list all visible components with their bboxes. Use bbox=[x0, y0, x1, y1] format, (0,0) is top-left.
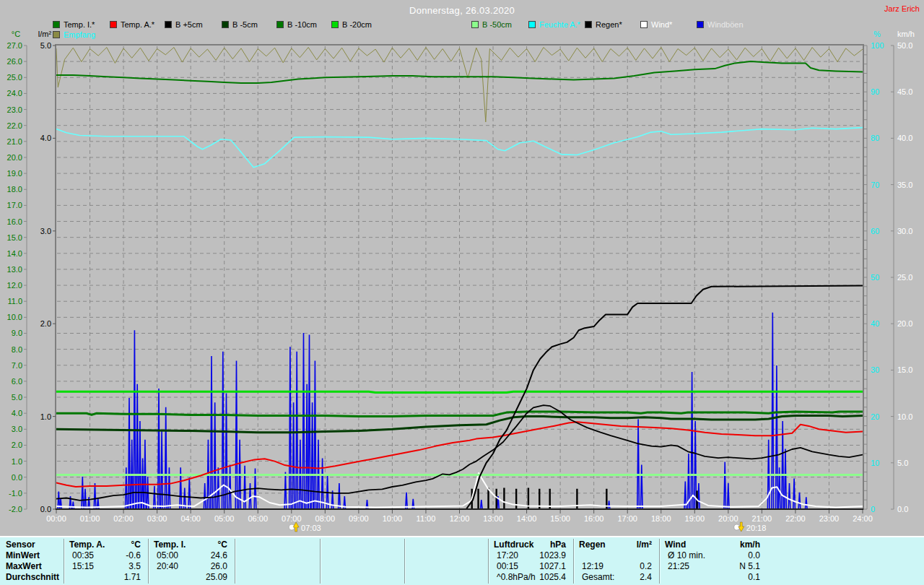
svg-text:4.0: 4.0 bbox=[12, 409, 22, 417]
svg-text:12:00: 12:00 bbox=[450, 514, 470, 523]
svg-text:18:00: 18:00 bbox=[651, 514, 671, 523]
svg-text:20:00: 20:00 bbox=[718, 514, 738, 523]
svg-text:18.0: 18.0 bbox=[7, 185, 22, 194]
svg-text:-1.0: -1.0 bbox=[9, 489, 22, 498]
axis-rain: 0.01.02.03.04.05.0l/m² bbox=[38, 30, 56, 514]
svg-text:24:00: 24:00 bbox=[853, 514, 873, 523]
table-value-cell: 1023.9 bbox=[488, 550, 566, 560]
svg-text:8.0: 8.0 bbox=[12, 345, 22, 354]
svg-text:4.0: 4.0 bbox=[40, 134, 51, 142]
svg-text:24.0: 24.0 bbox=[7, 89, 22, 98]
svg-text:0.0: 0.0 bbox=[40, 505, 51, 514]
svg-text:01:00: 01:00 bbox=[80, 514, 100, 523]
table-row-label: Durchschnitt bbox=[6, 572, 59, 582]
svg-text:50.0: 50.0 bbox=[897, 41, 912, 50]
table-value-cell: N 5.1 bbox=[659, 561, 760, 571]
svg-text:%: % bbox=[873, 30, 881, 38]
table-value-cell: 1025.4 bbox=[488, 572, 566, 582]
svg-text:0.0: 0.0 bbox=[12, 473, 22, 482]
svg-text:07:03: 07:03 bbox=[301, 524, 321, 532]
svg-text:45.0: 45.0 bbox=[897, 87, 912, 96]
axis-time: 00:0001:0002:0003:0004:0005:0006:0007:00… bbox=[46, 510, 873, 523]
axis-temp: -2.0-1.00.01.02.03.04.05.06.07.08.09.010… bbox=[7, 30, 27, 514]
svg-text:50: 50 bbox=[871, 273, 879, 282]
svg-text:13.0: 13.0 bbox=[7, 265, 22, 274]
svg-text:3.0: 3.0 bbox=[12, 425, 22, 433]
svg-text:13:00: 13:00 bbox=[483, 514, 503, 523]
svg-text:22.0: 22.0 bbox=[7, 121, 22, 130]
svg-text:04:00: 04:00 bbox=[180, 514, 201, 523]
svg-text:21.0: 21.0 bbox=[7, 137, 22, 146]
svg-text:10.0: 10.0 bbox=[7, 313, 22, 321]
svg-text:15.0: 15.0 bbox=[7, 233, 22, 242]
table-section-unit: l/m² bbox=[573, 540, 652, 550]
svg-text:19.0: 19.0 bbox=[7, 169, 22, 178]
svg-text:16.0: 16.0 bbox=[7, 217, 22, 226]
table-value-cell: 25.09 bbox=[148, 572, 227, 582]
svg-text:0: 0 bbox=[871, 505, 875, 514]
svg-text:20.0: 20.0 bbox=[897, 319, 912, 328]
svg-text:60: 60 bbox=[871, 227, 879, 235]
svg-text:15:00: 15:00 bbox=[550, 514, 570, 523]
svg-text:16:00: 16:00 bbox=[584, 514, 604, 523]
svg-text:5.0: 5.0 bbox=[40, 41, 51, 50]
svg-text:26.0: 26.0 bbox=[7, 57, 22, 66]
table-separator bbox=[404, 539, 405, 584]
svg-text:03:00: 03:00 bbox=[147, 514, 167, 523]
svg-text:35.0: 35.0 bbox=[897, 181, 912, 189]
table-row-label: Sensor bbox=[6, 540, 35, 550]
svg-text:23.0: 23.0 bbox=[7, 105, 22, 114]
table-section-unit: °C bbox=[64, 540, 141, 550]
svg-text:25.0: 25.0 bbox=[7, 73, 22, 82]
svg-text:90: 90 bbox=[871, 87, 879, 96]
svg-text:09:00: 09:00 bbox=[349, 514, 369, 523]
table-row-label: MaxWert bbox=[6, 561, 42, 571]
svg-text:21:00: 21:00 bbox=[752, 514, 772, 523]
svg-text:22:00: 22:00 bbox=[785, 514, 806, 523]
svg-text:11:00: 11:00 bbox=[417, 514, 436, 523]
svg-text:15.0: 15.0 bbox=[897, 365, 912, 374]
svg-text:08:00: 08:00 bbox=[315, 514, 336, 523]
table-row-label: MinWert bbox=[6, 550, 40, 560]
sunset-icon: 20:18 bbox=[734, 522, 767, 532]
axis-wind: 0.05.010.015.020.025.030.035.040.045.050… bbox=[891, 30, 915, 514]
svg-text:40.0: 40.0 bbox=[897, 134, 912, 142]
svg-text:100: 100 bbox=[871, 41, 884, 50]
table-value-cell: 0.2 bbox=[573, 561, 652, 571]
series-line bbox=[56, 391, 863, 392]
sunrise-icon: 07:03 bbox=[289, 522, 321, 532]
svg-text:20: 20 bbox=[871, 412, 879, 421]
svg-text:-2.0: -2.0 bbox=[9, 505, 22, 514]
svg-text:14:00: 14:00 bbox=[517, 514, 537, 523]
svg-text:80: 80 bbox=[871, 134, 879, 142]
svg-text:23:00: 23:00 bbox=[819, 514, 840, 523]
svg-text:1.0: 1.0 bbox=[12, 457, 22, 466]
svg-text:7.0: 7.0 bbox=[12, 361, 22, 370]
svg-text:1.0: 1.0 bbox=[40, 412, 51, 421]
svg-text:5.0: 5.0 bbox=[897, 459, 908, 467]
weather-app-screen: Donnerstag, 26.03.2020 Jarz Erich Temp. … bbox=[0, 0, 924, 585]
svg-text:6.0: 6.0 bbox=[12, 377, 22, 386]
svg-text:km/h: km/h bbox=[897, 30, 915, 38]
svg-text:20.0: 20.0 bbox=[7, 153, 22, 162]
svg-text:17:00: 17:00 bbox=[617, 514, 637, 523]
summary-table: SensorMinWertMaxWertDurchschnittTemp. A.… bbox=[0, 536, 924, 585]
svg-text:30.0: 30.0 bbox=[897, 227, 912, 235]
table-section-unit: °C bbox=[148, 540, 227, 550]
table-value-cell: 1.71 bbox=[64, 572, 141, 582]
svg-text:20:18: 20:18 bbox=[746, 524, 767, 532]
table-separator bbox=[235, 539, 235, 584]
table-value-cell: -0.6 bbox=[64, 550, 141, 560]
table-value-cell: 24.6 bbox=[148, 550, 227, 560]
svg-text:27.0: 27.0 bbox=[7, 41, 22, 50]
svg-text:9.0: 9.0 bbox=[12, 329, 22, 337]
table-value-cell: 1027.1 bbox=[488, 561, 566, 571]
table-section-unit: hPa bbox=[488, 540, 566, 550]
table-value-cell: 0.0 bbox=[659, 550, 760, 560]
table-value-cell: 3.5 bbox=[64, 561, 141, 571]
svg-text:02:00: 02:00 bbox=[113, 514, 134, 523]
svg-text:07:00: 07:00 bbox=[282, 514, 302, 523]
weather-chart: -2.0-1.00.01.02.03.04.05.06.07.08.09.010… bbox=[0, 0, 924, 536]
svg-text:10:00: 10:00 bbox=[383, 514, 403, 523]
svg-text:2.0: 2.0 bbox=[40, 319, 51, 328]
